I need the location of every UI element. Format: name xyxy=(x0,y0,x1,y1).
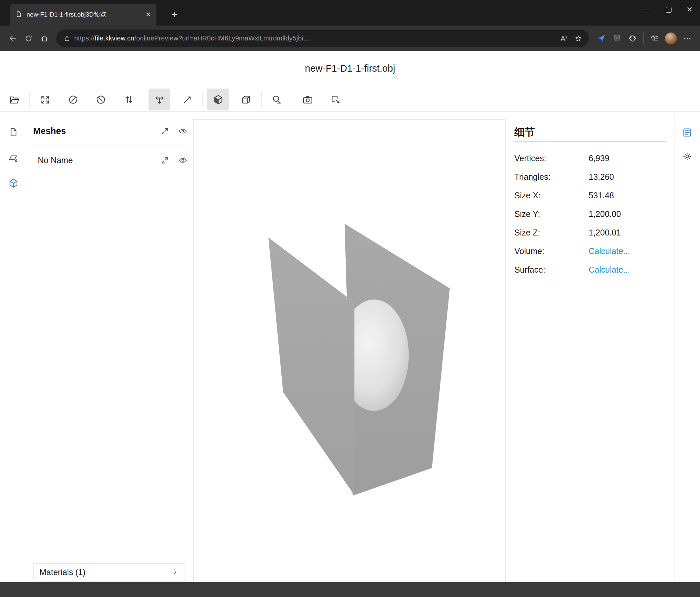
detail-value: 1,200.01 xyxy=(589,228,621,237)
toolbar-separator xyxy=(202,92,203,107)
toolbar-separator xyxy=(29,92,30,107)
screenshot-button[interactable] xyxy=(297,89,319,111)
window-bottom-edge xyxy=(0,582,700,597)
detail-value: 6,939 xyxy=(589,153,609,163)
detail-row-vertices: Vertices: 6,939 xyxy=(515,149,666,167)
detail-label: Size Y: xyxy=(515,209,589,219)
file-info-tab[interactable] xyxy=(0,119,26,145)
url-text[interactable]: https://file.kkview.cn/onlinePreview?url… xyxy=(74,34,556,42)
profile-avatar[interactable] xyxy=(665,32,677,44)
browser-titlebar: new-F1-D1-1-first.obj3D预览 ✕ + — ✕ xyxy=(0,0,700,26)
detail-label: Size Z: xyxy=(515,228,589,237)
export-model-button[interactable] xyxy=(324,89,346,111)
address-bar[interactable]: https://file.kkview.cn/onlinePreview?url… xyxy=(56,29,589,47)
detail-value: 13,260 xyxy=(589,172,614,182)
extension-bird-icon[interactable] xyxy=(593,30,609,46)
detail-label: Volume: xyxy=(515,246,589,256)
move-tool-button[interactable] xyxy=(149,89,170,111)
favorites-hub-icon[interactable] xyxy=(646,30,662,46)
mesh-name: No Name xyxy=(38,156,152,165)
favorite-star-button[interactable] xyxy=(571,31,586,46)
surface-calculate-link[interactable]: Calculate... xyxy=(589,265,630,274)
materials-tab[interactable] xyxy=(0,145,26,170)
rotate-vertical-button[interactable] xyxy=(90,89,112,111)
swap-vertical-button[interactable] xyxy=(118,89,140,111)
toolbar-separator xyxy=(292,92,292,107)
details-divider xyxy=(515,141,666,142)
page-title: new-F1-D1-1-first.obj xyxy=(0,63,700,74)
mesh-list-item[interactable]: No Name xyxy=(33,146,188,174)
chevron-right-icon xyxy=(171,568,179,576)
materials-button[interactable]: Materials (1) xyxy=(33,563,185,581)
detail-row-volume: Volume: Calculate... xyxy=(515,242,666,260)
detail-label: Surface: xyxy=(515,265,589,274)
lock-icon[interactable] xyxy=(60,31,74,46)
detail-label: Size X: xyxy=(515,191,589,200)
meshes-panel: Meshes No Name Materials (1) xyxy=(33,117,188,582)
fit-mesh-icon[interactable] xyxy=(160,155,170,165)
toolbar-divider xyxy=(643,33,644,44)
open-file-button[interactable] xyxy=(3,89,25,111)
fit-all-icon[interactable] xyxy=(160,126,170,136)
read-aloud-button[interactable]: A⁾ xyxy=(556,31,571,46)
materials-button-label: Materials (1) xyxy=(40,568,171,577)
tab-close-icon[interactable]: ✕ xyxy=(145,10,151,19)
visibility-mesh-icon[interactable] xyxy=(178,155,188,165)
window-maximize-button[interactable] xyxy=(658,0,679,19)
toolbar-separator xyxy=(144,92,144,107)
meshes-header: Meshes xyxy=(33,117,188,146)
page-content: new-F1-D1-1-first.obj xyxy=(0,51,700,582)
settings-gear-tab[interactable] xyxy=(674,144,700,168)
home-button[interactable] xyxy=(36,30,52,46)
back-button[interactable] xyxy=(5,30,21,46)
detail-value: 531.48 xyxy=(589,191,614,200)
line-measure-button[interactable] xyxy=(176,89,198,111)
perspective-view-button[interactable] xyxy=(207,89,229,111)
extensions-puzzle-icon[interactable] xyxy=(625,30,641,46)
detail-label: Triangles: xyxy=(515,172,589,182)
model-viewport[interactable] xyxy=(193,119,506,582)
details-header: 细节 xyxy=(515,117,666,141)
more-options-button[interactable] xyxy=(679,30,695,46)
model-cube-tab[interactable] xyxy=(0,170,26,196)
volume-calculate-link[interactable]: Calculate... xyxy=(589,246,630,256)
extension-shield-icon[interactable]: T xyxy=(609,30,625,46)
toolbar-bottom-divider xyxy=(0,112,700,112)
visibility-all-icon[interactable] xyxy=(178,126,188,136)
url-host: file.kkview.cn xyxy=(95,34,134,42)
tab-title: new-F1-D1-1-first.obj3D预览 xyxy=(26,10,142,19)
tab-favicon-icon xyxy=(15,10,22,19)
right-rail xyxy=(674,112,700,582)
detail-label: Vertices: xyxy=(515,153,589,163)
detail-row-triangles: Triangles: 13,260 xyxy=(515,167,666,186)
details-panel: 细节 Vertices: 6,939 Triangles: 13,260 Siz… xyxy=(515,117,666,279)
measure-tool-button[interactable] xyxy=(266,89,288,111)
fit-screen-button[interactable] xyxy=(34,89,56,111)
toolbar-separator xyxy=(261,92,261,107)
rotate-horizontal-button[interactable] xyxy=(62,89,84,111)
model-plane-left xyxy=(269,237,354,495)
model-render xyxy=(194,120,505,582)
browser-tab[interactable]: new-F1-D1-1-first.obj3D预览 ✕ xyxy=(10,4,156,26)
url-scheme: https:// xyxy=(74,34,95,42)
new-tab-button[interactable]: + xyxy=(167,8,182,21)
window-minimize-button[interactable]: — xyxy=(638,0,658,19)
orthographic-view-button[interactable] xyxy=(235,89,257,111)
details-list-tab[interactable] xyxy=(674,120,700,144)
window-close-button[interactable]: ✕ xyxy=(679,0,700,19)
meshes-title: Meshes xyxy=(33,126,152,136)
shield-letter: T xyxy=(616,36,618,40)
meshes-panel-footer: Materials (1) xyxy=(33,556,185,581)
url-path: /onlinePreview?url=aHR0cHM6Ly9maWxlLmtrd… xyxy=(134,34,310,42)
detail-row-size-x: Size X: 531.48 xyxy=(515,186,666,205)
detail-row-size-y: Size Y: 1,200.00 xyxy=(515,205,666,223)
detail-row-size-z: Size Z: 1,200.01 xyxy=(515,223,666,242)
maximize-icon xyxy=(666,7,672,13)
browser-navbar: https://file.kkview.cn/onlinePreview?url… xyxy=(0,26,700,51)
left-rail xyxy=(0,119,26,196)
refresh-button[interactable] xyxy=(21,30,36,46)
detail-value: 1,200.00 xyxy=(589,209,621,219)
detail-row-surface: Surface: Calculate... xyxy=(515,260,666,279)
viewer-toolbar xyxy=(0,88,349,111)
